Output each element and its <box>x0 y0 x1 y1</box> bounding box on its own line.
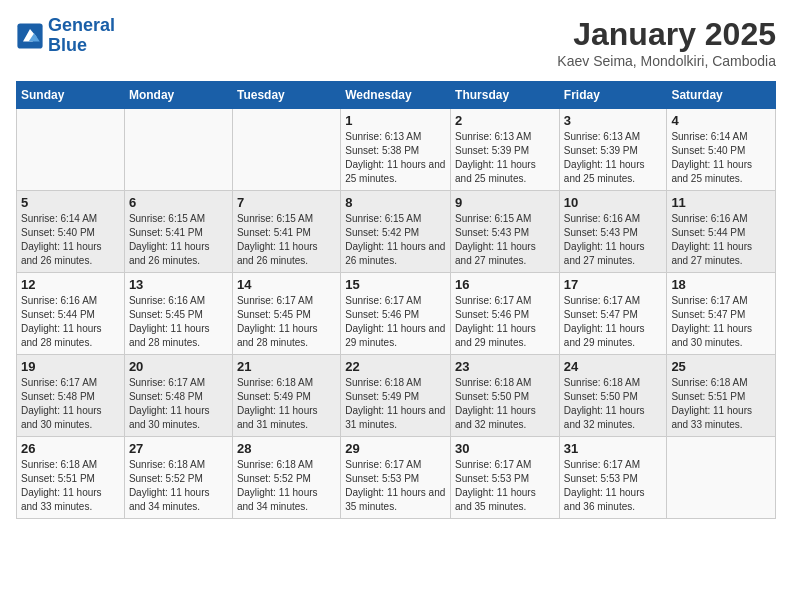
day-number: 17 <box>564 277 663 292</box>
day-cell: 7Sunrise: 6:15 AMSunset: 5:41 PMDaylight… <box>232 191 340 273</box>
day-info: Sunrise: 6:17 AMSunset: 5:46 PMDaylight:… <box>455 294 555 350</box>
day-info: Sunrise: 6:17 AMSunset: 5:47 PMDaylight:… <box>671 294 771 350</box>
day-info: Sunrise: 6:16 AMSunset: 5:45 PMDaylight:… <box>129 294 228 350</box>
day-info: Sunrise: 6:13 AMSunset: 5:39 PMDaylight:… <box>455 130 555 186</box>
day-cell: 1Sunrise: 6:13 AMSunset: 5:38 PMDaylight… <box>341 109 451 191</box>
day-cell <box>667 437 776 519</box>
day-info: Sunrise: 6:13 AMSunset: 5:39 PMDaylight:… <box>564 130 663 186</box>
day-cell: 17Sunrise: 6:17 AMSunset: 5:47 PMDayligh… <box>559 273 667 355</box>
logo-icon <box>16 22 44 50</box>
week-row-2: 5Sunrise: 6:14 AMSunset: 5:40 PMDaylight… <box>17 191 776 273</box>
day-cell: 16Sunrise: 6:17 AMSunset: 5:46 PMDayligh… <box>451 273 560 355</box>
day-number: 16 <box>455 277 555 292</box>
day-number: 4 <box>671 113 771 128</box>
day-info: Sunrise: 6:18 AMSunset: 5:52 PMDaylight:… <box>129 458 228 514</box>
day-info: Sunrise: 6:18 AMSunset: 5:52 PMDaylight:… <box>237 458 336 514</box>
day-number: 8 <box>345 195 446 210</box>
logo-line1: General <box>48 15 115 35</box>
day-number: 13 <box>129 277 228 292</box>
day-number: 27 <box>129 441 228 456</box>
day-cell: 5Sunrise: 6:14 AMSunset: 5:40 PMDaylight… <box>17 191 125 273</box>
day-info: Sunrise: 6:16 AMSunset: 5:44 PMDaylight:… <box>671 212 771 268</box>
week-row-5: 26Sunrise: 6:18 AMSunset: 5:51 PMDayligh… <box>17 437 776 519</box>
day-info: Sunrise: 6:13 AMSunset: 5:38 PMDaylight:… <box>345 130 446 186</box>
day-cell: 14Sunrise: 6:17 AMSunset: 5:45 PMDayligh… <box>232 273 340 355</box>
header-row: SundayMondayTuesdayWednesdayThursdayFrid… <box>17 82 776 109</box>
day-cell: 28Sunrise: 6:18 AMSunset: 5:52 PMDayligh… <box>232 437 340 519</box>
day-number: 6 <box>129 195 228 210</box>
day-info: Sunrise: 6:17 AMSunset: 5:47 PMDaylight:… <box>564 294 663 350</box>
day-cell: 31Sunrise: 6:17 AMSunset: 5:53 PMDayligh… <box>559 437 667 519</box>
calendar-subtitle: Kaev Seima, Mondolkiri, Cambodia <box>557 53 776 69</box>
day-cell: 9Sunrise: 6:15 AMSunset: 5:43 PMDaylight… <box>451 191 560 273</box>
day-number: 15 <box>345 277 446 292</box>
day-info: Sunrise: 6:17 AMSunset: 5:46 PMDaylight:… <box>345 294 446 350</box>
day-number: 26 <box>21 441 120 456</box>
day-number: 31 <box>564 441 663 456</box>
day-info: Sunrise: 6:18 AMSunset: 5:50 PMDaylight:… <box>564 376 663 432</box>
calendar-title: January 2025 <box>557 16 776 53</box>
day-number: 24 <box>564 359 663 374</box>
day-number: 23 <box>455 359 555 374</box>
day-number: 3 <box>564 113 663 128</box>
day-info: Sunrise: 6:16 AMSunset: 5:43 PMDaylight:… <box>564 212 663 268</box>
day-info: Sunrise: 6:17 AMSunset: 5:53 PMDaylight:… <box>564 458 663 514</box>
header-day-friday: Friday <box>559 82 667 109</box>
day-number: 14 <box>237 277 336 292</box>
header-day-monday: Monday <box>124 82 232 109</box>
day-cell: 23Sunrise: 6:18 AMSunset: 5:50 PMDayligh… <box>451 355 560 437</box>
calendar-table: SundayMondayTuesdayWednesdayThursdayFrid… <box>16 81 776 519</box>
day-number: 10 <box>564 195 663 210</box>
day-info: Sunrise: 6:17 AMSunset: 5:53 PMDaylight:… <box>455 458 555 514</box>
title-block: January 2025 Kaev Seima, Mondolkiri, Cam… <box>557 16 776 69</box>
day-info: Sunrise: 6:18 AMSunset: 5:49 PMDaylight:… <box>345 376 446 432</box>
day-number: 21 <box>237 359 336 374</box>
header-day-sunday: Sunday <box>17 82 125 109</box>
day-cell: 27Sunrise: 6:18 AMSunset: 5:52 PMDayligh… <box>124 437 232 519</box>
day-cell: 26Sunrise: 6:18 AMSunset: 5:51 PMDayligh… <box>17 437 125 519</box>
day-cell: 15Sunrise: 6:17 AMSunset: 5:46 PMDayligh… <box>341 273 451 355</box>
day-cell: 22Sunrise: 6:18 AMSunset: 5:49 PMDayligh… <box>341 355 451 437</box>
day-number: 2 <box>455 113 555 128</box>
header-day-saturday: Saturday <box>667 82 776 109</box>
day-number: 5 <box>21 195 120 210</box>
day-number: 22 <box>345 359 446 374</box>
day-cell: 30Sunrise: 6:17 AMSunset: 5:53 PMDayligh… <box>451 437 560 519</box>
day-info: Sunrise: 6:15 AMSunset: 5:41 PMDaylight:… <box>237 212 336 268</box>
logo: General Blue <box>16 16 115 56</box>
day-info: Sunrise: 6:18 AMSunset: 5:49 PMDaylight:… <box>237 376 336 432</box>
day-number: 29 <box>345 441 446 456</box>
day-info: Sunrise: 6:15 AMSunset: 5:43 PMDaylight:… <box>455 212 555 268</box>
day-info: Sunrise: 6:18 AMSunset: 5:50 PMDaylight:… <box>455 376 555 432</box>
day-info: Sunrise: 6:18 AMSunset: 5:51 PMDaylight:… <box>21 458 120 514</box>
day-info: Sunrise: 6:18 AMSunset: 5:51 PMDaylight:… <box>671 376 771 432</box>
day-cell: 6Sunrise: 6:15 AMSunset: 5:41 PMDaylight… <box>124 191 232 273</box>
day-number: 1 <box>345 113 446 128</box>
header-day-thursday: Thursday <box>451 82 560 109</box>
logo-line2: Blue <box>48 35 87 55</box>
week-row-1: 1Sunrise: 6:13 AMSunset: 5:38 PMDaylight… <box>17 109 776 191</box>
logo-text: General Blue <box>48 16 115 56</box>
week-row-4: 19Sunrise: 6:17 AMSunset: 5:48 PMDayligh… <box>17 355 776 437</box>
day-number: 11 <box>671 195 771 210</box>
day-cell: 24Sunrise: 6:18 AMSunset: 5:50 PMDayligh… <box>559 355 667 437</box>
day-number: 20 <box>129 359 228 374</box>
day-cell: 29Sunrise: 6:17 AMSunset: 5:53 PMDayligh… <box>341 437 451 519</box>
header-day-tuesday: Tuesday <box>232 82 340 109</box>
day-info: Sunrise: 6:15 AMSunset: 5:41 PMDaylight:… <box>129 212 228 268</box>
day-cell: 21Sunrise: 6:18 AMSunset: 5:49 PMDayligh… <box>232 355 340 437</box>
day-number: 7 <box>237 195 336 210</box>
day-cell: 25Sunrise: 6:18 AMSunset: 5:51 PMDayligh… <box>667 355 776 437</box>
day-cell <box>232 109 340 191</box>
day-cell: 13Sunrise: 6:16 AMSunset: 5:45 PMDayligh… <box>124 273 232 355</box>
day-info: Sunrise: 6:14 AMSunset: 5:40 PMDaylight:… <box>21 212 120 268</box>
day-cell: 2Sunrise: 6:13 AMSunset: 5:39 PMDaylight… <box>451 109 560 191</box>
day-cell: 18Sunrise: 6:17 AMSunset: 5:47 PMDayligh… <box>667 273 776 355</box>
day-info: Sunrise: 6:15 AMSunset: 5:42 PMDaylight:… <box>345 212 446 268</box>
day-cell <box>124 109 232 191</box>
day-number: 12 <box>21 277 120 292</box>
day-info: Sunrise: 6:17 AMSunset: 5:48 PMDaylight:… <box>21 376 120 432</box>
day-number: 18 <box>671 277 771 292</box>
day-cell: 19Sunrise: 6:17 AMSunset: 5:48 PMDayligh… <box>17 355 125 437</box>
day-cell: 11Sunrise: 6:16 AMSunset: 5:44 PMDayligh… <box>667 191 776 273</box>
